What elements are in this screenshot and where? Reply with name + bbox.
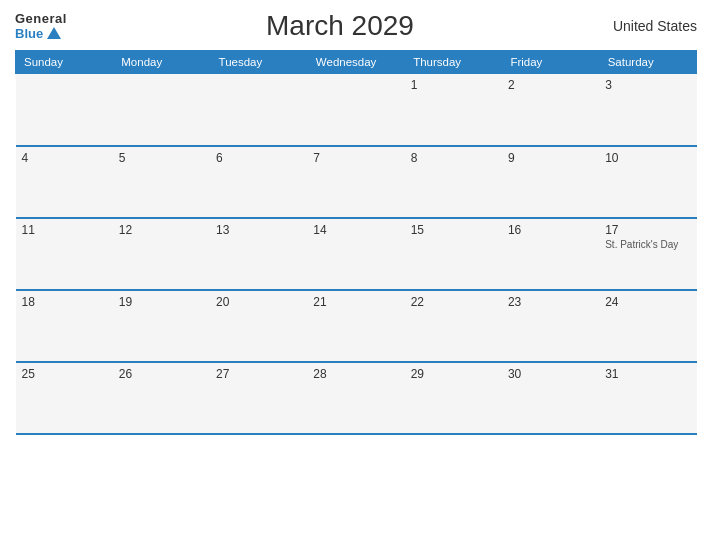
day-number: 20 <box>216 295 301 309</box>
day-number: 12 <box>119 223 204 237</box>
calendar-table: Sunday Monday Tuesday Wednesday Thursday… <box>15 50 697 435</box>
logo-blue-text: Blue <box>15 26 43 41</box>
day-number: 26 <box>119 367 204 381</box>
logo-general-text: General <box>15 11 67 26</box>
weekday-header-row: Sunday Monday Tuesday Wednesday Thursday… <box>16 51 697 74</box>
day-number: 3 <box>605 78 690 92</box>
day-number: 22 <box>411 295 496 309</box>
week-row-5: 25262728293031 <box>16 362 697 434</box>
day-number: 1 <box>411 78 496 92</box>
day-number: 11 <box>22 223 107 237</box>
day-number: 24 <box>605 295 690 309</box>
week-row-1: 123 <box>16 74 697 146</box>
day-number: 2 <box>508 78 593 92</box>
week-row-4: 18192021222324 <box>16 290 697 362</box>
day-number: 30 <box>508 367 593 381</box>
calendar-cell-w3-d3: 13 <box>210 218 307 290</box>
calendar-cell-w5-d6: 30 <box>502 362 599 434</box>
header-thursday: Thursday <box>405 51 502 74</box>
calendar-cell-w5-d4: 28 <box>307 362 404 434</box>
calendar-cell-w1-d3 <box>210 74 307 146</box>
calendar-cell-w4-d1: 18 <box>16 290 113 362</box>
calendar-cell-w5-d2: 26 <box>113 362 210 434</box>
day-number: 21 <box>313 295 398 309</box>
week-row-2: 45678910 <box>16 146 697 218</box>
event-label: St. Patrick's Day <box>605 239 690 250</box>
day-number: 25 <box>22 367 107 381</box>
calendar-cell-w5-d3: 27 <box>210 362 307 434</box>
day-number: 4 <box>22 151 107 165</box>
calendar-body: 1234567891011121314151617St. Patrick's D… <box>16 74 697 434</box>
logo: General Blue <box>15 11 67 41</box>
calendar-cell-w2-d3: 6 <box>210 146 307 218</box>
calendar-header: Sunday Monday Tuesday Wednesday Thursday… <box>16 51 697 74</box>
calendar-cell-w2-d6: 9 <box>502 146 599 218</box>
calendar-cell-w3-d6: 16 <box>502 218 599 290</box>
header: General Blue March 2029 United States <box>15 10 697 42</box>
calendar-cell-w1-d7: 3 <box>599 74 696 146</box>
day-number: 5 <box>119 151 204 165</box>
calendar-title: March 2029 <box>266 10 414 42</box>
day-number: 9 <box>508 151 593 165</box>
day-number: 17 <box>605 223 690 237</box>
calendar-cell-w4-d2: 19 <box>113 290 210 362</box>
header-monday: Monday <box>113 51 210 74</box>
calendar-cell-w1-d2 <box>113 74 210 146</box>
day-number: 23 <box>508 295 593 309</box>
calendar-cell-w4-d6: 23 <box>502 290 599 362</box>
day-number: 16 <box>508 223 593 237</box>
logo-triangle-icon <box>47 27 61 39</box>
day-number: 29 <box>411 367 496 381</box>
header-saturday: Saturday <box>599 51 696 74</box>
header-wednesday: Wednesday <box>307 51 404 74</box>
calendar-cell-w2-d1: 4 <box>16 146 113 218</box>
logo-blue-row: Blue <box>15 26 61 41</box>
day-number: 28 <box>313 367 398 381</box>
day-number: 14 <box>313 223 398 237</box>
calendar-cell-w1-d5: 1 <box>405 74 502 146</box>
calendar-cell-w4-d3: 20 <box>210 290 307 362</box>
day-number: 8 <box>411 151 496 165</box>
calendar-cell-w4-d5: 22 <box>405 290 502 362</box>
day-number: 15 <box>411 223 496 237</box>
calendar-cell-w2-d4: 7 <box>307 146 404 218</box>
calendar-cell-w5-d1: 25 <box>16 362 113 434</box>
calendar-page: General Blue March 2029 United States Su… <box>0 0 712 550</box>
day-number: 10 <box>605 151 690 165</box>
calendar-cell-w1-d6: 2 <box>502 74 599 146</box>
calendar-cell-w3-d5: 15 <box>405 218 502 290</box>
calendar-cell-w3-d7: 17St. Patrick's Day <box>599 218 696 290</box>
day-number: 7 <box>313 151 398 165</box>
week-row-3: 11121314151617St. Patrick's Day <box>16 218 697 290</box>
header-sunday: Sunday <box>16 51 113 74</box>
calendar-cell-w3-d1: 11 <box>16 218 113 290</box>
calendar-cell-w4-d4: 21 <box>307 290 404 362</box>
day-number: 13 <box>216 223 301 237</box>
day-number: 31 <box>605 367 690 381</box>
day-number: 27 <box>216 367 301 381</box>
calendar-cell-w3-d4: 14 <box>307 218 404 290</box>
day-number: 18 <box>22 295 107 309</box>
header-tuesday: Tuesday <box>210 51 307 74</box>
calendar-cell-w1-d1 <box>16 74 113 146</box>
calendar-cell-w2-d5: 8 <box>405 146 502 218</box>
calendar-cell-w5-d7: 31 <box>599 362 696 434</box>
country-label: United States <box>613 18 697 34</box>
day-number: 19 <box>119 295 204 309</box>
calendar-cell-w4-d7: 24 <box>599 290 696 362</box>
calendar-cell-w5-d5: 29 <box>405 362 502 434</box>
calendar-cell-w2-d2: 5 <box>113 146 210 218</box>
calendar-cell-w1-d4 <box>307 74 404 146</box>
header-friday: Friday <box>502 51 599 74</box>
calendar-cell-w3-d2: 12 <box>113 218 210 290</box>
calendar-cell-w2-d7: 10 <box>599 146 696 218</box>
day-number: 6 <box>216 151 301 165</box>
